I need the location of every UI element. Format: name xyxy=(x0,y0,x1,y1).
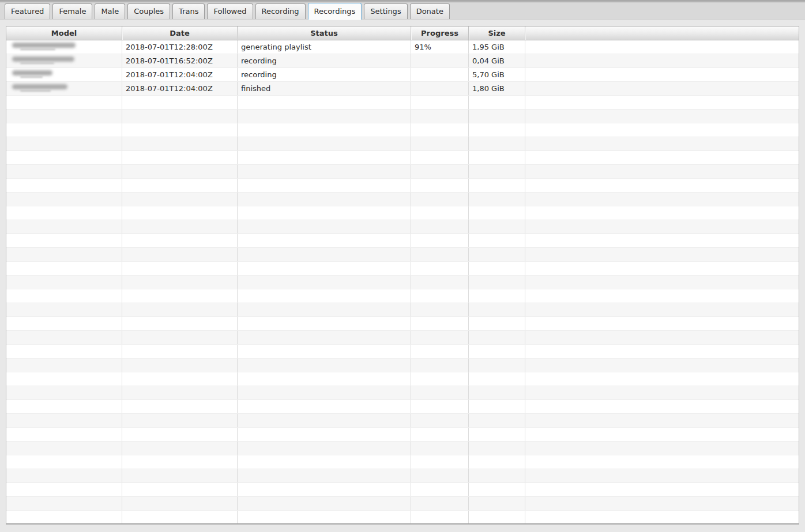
table-row-empty xyxy=(6,206,799,220)
table-row-empty xyxy=(6,317,799,331)
size-cell xyxy=(469,386,525,399)
tab-female[interactable]: Female xyxy=(52,3,92,19)
tab-recording[interactable]: Recording xyxy=(255,3,306,19)
column-header-status[interactable]: Status xyxy=(238,27,411,40)
table-row-empty xyxy=(6,137,799,151)
progress-cell xyxy=(411,248,469,261)
table-row-empty xyxy=(6,123,799,137)
column-header-blank[interactable] xyxy=(525,27,799,40)
progress-cell xyxy=(411,165,469,178)
progress-cell xyxy=(411,442,469,455)
model-cell xyxy=(6,442,122,455)
column-header-date[interactable]: Date xyxy=(122,27,238,40)
table-row[interactable]: 2018-07-01T12:04:00Zrecording5,70 GiB xyxy=(6,68,799,82)
column-header-model[interactable]: Model xyxy=(6,27,122,40)
date-cell xyxy=(122,220,238,233)
model-cell xyxy=(6,248,122,261)
model-cell xyxy=(6,110,122,123)
table-row-empty xyxy=(6,262,799,276)
app-window: FeaturedFemaleMaleCouplesTransFollowedRe… xyxy=(0,0,805,532)
table-row-empty xyxy=(6,234,799,248)
status-cell xyxy=(238,483,411,496)
status-cell: generating playlist xyxy=(238,40,411,54)
table-row[interactable]: 2018-07-01T16:52:00Zrecording0,04 GiB xyxy=(6,54,799,68)
status-cell xyxy=(238,276,411,289)
model-cell xyxy=(6,428,122,441)
date-cell xyxy=(122,289,238,303)
redacted-model-name xyxy=(10,54,122,64)
date-cell xyxy=(122,386,238,399)
status-cell xyxy=(238,359,411,372)
tab-followed[interactable]: Followed xyxy=(207,3,253,19)
progress-cell xyxy=(411,123,469,137)
column-header-progress[interactable]: Progress xyxy=(411,27,469,40)
blank-cell xyxy=(525,303,799,316)
progress-cell xyxy=(411,137,469,150)
blank-cell xyxy=(525,442,799,455)
tab-male[interactable]: Male xyxy=(95,3,125,19)
status-cell xyxy=(238,123,411,137)
status-cell xyxy=(238,96,411,109)
model-cell xyxy=(6,123,122,137)
size-cell: 1,95 GiB xyxy=(469,40,525,54)
blank-cell xyxy=(525,110,799,123)
progress-cell xyxy=(411,455,469,469)
size-cell xyxy=(469,151,525,164)
status-cell xyxy=(238,262,411,275)
status-cell: finished xyxy=(238,82,411,95)
tab-donate[interactable]: Donate xyxy=(410,3,450,19)
model-cell xyxy=(6,40,122,54)
table-row-empty xyxy=(6,469,799,483)
model-cell xyxy=(6,96,122,109)
table-row[interactable]: 2018-07-01T12:28:00Zgenerating playlist9… xyxy=(6,40,799,54)
status-cell xyxy=(238,165,411,178)
size-cell xyxy=(469,497,525,510)
blank-cell xyxy=(525,289,799,303)
model-cell xyxy=(6,386,122,399)
table-row-empty xyxy=(6,414,799,428)
model-cell xyxy=(6,345,122,358)
size-cell xyxy=(469,289,525,303)
progress-cell xyxy=(411,303,469,316)
blank-cell xyxy=(525,262,799,275)
tab-trans[interactable]: Trans xyxy=(172,3,205,19)
tab-featured[interactable]: Featured xyxy=(5,3,50,19)
model-cell xyxy=(6,276,122,289)
model-cell xyxy=(6,165,122,178)
date-cell xyxy=(122,345,238,358)
size-cell xyxy=(469,303,525,316)
model-cell xyxy=(6,359,122,372)
progress-cell xyxy=(411,110,469,123)
model-cell xyxy=(6,179,122,192)
progress-cell xyxy=(411,345,469,358)
date-cell xyxy=(122,428,238,441)
tab-couples[interactable]: Couples xyxy=(127,3,170,19)
size-cell xyxy=(469,123,525,137)
tab-settings[interactable]: Settings xyxy=(364,3,407,19)
status-cell xyxy=(238,400,411,413)
table-row[interactable]: 2018-07-01T12:04:00Zfinished1,80 GiB xyxy=(6,82,799,96)
model-cell xyxy=(6,193,122,206)
progress-cell xyxy=(411,206,469,220)
progress-cell xyxy=(411,289,469,303)
column-header-size[interactable]: Size xyxy=(469,27,525,40)
model-cell xyxy=(6,414,122,427)
date-cell xyxy=(122,123,238,137)
blank-cell xyxy=(525,497,799,510)
model-cell xyxy=(6,303,122,316)
blank-cell xyxy=(525,317,799,330)
status-cell xyxy=(238,303,411,316)
progress-cell xyxy=(411,54,469,67)
tab-recordings[interactable]: Recordings xyxy=(308,3,362,20)
date-cell xyxy=(122,248,238,261)
status-cell xyxy=(238,331,411,344)
size-cell xyxy=(469,317,525,330)
blank-cell xyxy=(525,137,799,150)
date-cell xyxy=(122,179,238,192)
progress-cell xyxy=(411,276,469,289)
status-cell xyxy=(238,137,411,150)
table-row-empty xyxy=(6,96,799,110)
table-row-empty xyxy=(6,331,799,345)
blank-cell xyxy=(525,386,799,399)
table-row-empty xyxy=(6,483,799,497)
